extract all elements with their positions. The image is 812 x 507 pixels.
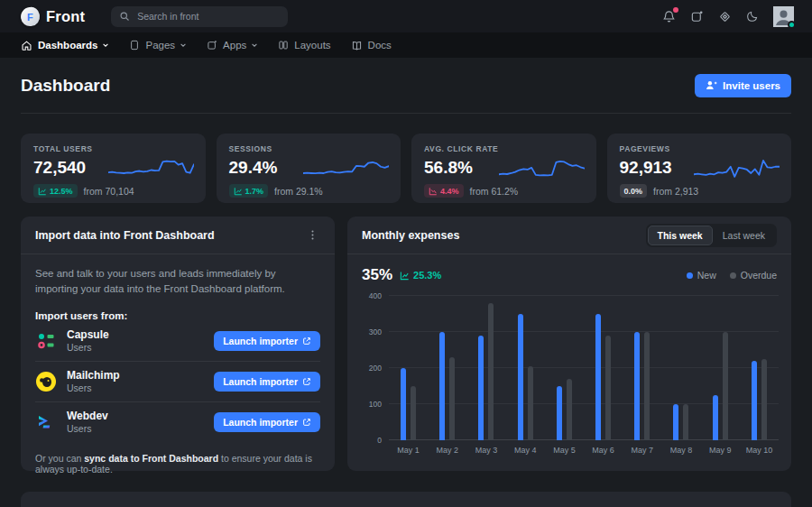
- launch-importer-button[interactable]: Launch importer: [214, 331, 320, 351]
- chevron-down-icon: [180, 41, 187, 49]
- card-options-kebab-icon[interactable]: [305, 227, 320, 243]
- monthly-expenses-card: Monthly expenses This week Last week 35%…: [347, 217, 791, 471]
- nav-item-apps[interactable]: Apps: [207, 40, 258, 51]
- bar-group-may-1: [401, 368, 416, 440]
- bar-new: [595, 314, 601, 440]
- y-axis-tick: 100: [362, 400, 382, 409]
- bars-area: [389, 296, 779, 440]
- trend-badge: 1.7%: [229, 184, 269, 198]
- sparkline-chart: [303, 154, 389, 184]
- bar-new: [439, 332, 445, 440]
- invite-users-label: Invite users: [723, 80, 780, 91]
- bar-overdue: [488, 303, 494, 440]
- global-search[interactable]: [111, 6, 288, 27]
- trend-down-icon: [429, 187, 438, 196]
- x-axis-label: May 7: [623, 446, 661, 455]
- import-subtitle: Import users from:: [35, 310, 320, 321]
- chart-legend: New Overdue: [687, 270, 777, 281]
- bar-new: [557, 386, 562, 440]
- bar-new: [478, 336, 484, 440]
- external-link-icon: [302, 418, 311, 427]
- import-source-row: Mailchimp Users Launch importer: [35, 362, 320, 402]
- search-input[interactable]: [137, 11, 280, 22]
- nav-item-pages[interactable]: Pages: [129, 40, 187, 51]
- book-icon: [351, 40, 363, 51]
- bar-group-may-8: [673, 404, 688, 440]
- trend-badge: 4.4%: [424, 184, 464, 198]
- legend-label: Overdue: [741, 270, 777, 281]
- source-type: Users: [67, 383, 120, 393]
- secondary-nav: Dashboards Pages Apps Layouts Docs: [0, 32, 812, 58]
- bar-new: [752, 361, 757, 440]
- legend-dot: [687, 272, 693, 279]
- x-axis-label: May 2: [428, 446, 466, 455]
- nav-item-dashboards[interactable]: Dashboards: [21, 40, 109, 51]
- person-plus-icon: [706, 79, 717, 91]
- legend-dot: [730, 272, 736, 279]
- import-source-row: Capsule Users Launch importer: [35, 321, 320, 362]
- trend-up-icon: [400, 271, 410, 281]
- tab-this-week[interactable]: This week: [648, 226, 713, 245]
- page-header: Dashboard Invite users: [21, 58, 791, 114]
- legend-item-overdue[interactable]: Overdue: [730, 270, 777, 281]
- import-card-title: Import data into Front Dashboard: [35, 229, 215, 242]
- user-avatar[interactable]: [773, 6, 794, 27]
- brand-logo[interactable]: F Front: [21, 7, 85, 26]
- stat-comparison: from 61.2%: [470, 186, 519, 197]
- bar-group-may-2: [439, 332, 455, 440]
- expenses-bar-chart: 0100200300400: [362, 296, 779, 440]
- apps-launcher-icon[interactable]: [690, 10, 704, 23]
- dark-mode-moon-icon[interactable]: [746, 10, 759, 23]
- nav-label: Docs: [368, 40, 392, 51]
- trend-badge: 0.0%: [620, 184, 648, 198]
- chart-x-axis-labels: May 1May 2May 3May 4May 5May 6May 7May 8…: [389, 446, 779, 455]
- nav-label: Dashboards: [38, 40, 97, 51]
- nav-item-layouts[interactable]: Layouts: [278, 40, 330, 51]
- x-axis-label: May 4: [506, 446, 545, 455]
- launch-importer-label: Launch importer: [223, 336, 298, 346]
- y-axis-tick: 200: [362, 364, 382, 373]
- x-axis-label: May 1: [389, 446, 428, 455]
- brand-name: Front: [46, 8, 85, 25]
- sparkline-chart: [694, 154, 780, 184]
- bar-group-may-10: [752, 359, 767, 440]
- x-axis-label: May 6: [584, 446, 623, 455]
- bar-overdue: [644, 332, 650, 440]
- top-navbar: F Front: [0, 0, 812, 32]
- online-status-dot: [788, 21, 796, 29]
- box-arrow-icon: [207, 40, 217, 51]
- x-axis-label: May 3: [466, 446, 505, 455]
- bar-overdue: [528, 366, 533, 440]
- widgets-diamond-icon[interactable]: [718, 10, 732, 23]
- notifications-bell-icon[interactable]: [662, 10, 676, 23]
- launch-importer-button[interactable]: Launch importer: [214, 372, 320, 392]
- home-icon: [21, 40, 32, 51]
- legend-label: New: [697, 270, 716, 281]
- columns-layout-icon: [278, 40, 289, 51]
- legend-item-new[interactable]: New: [687, 270, 716, 281]
- import-sources-list: Capsule Users Launch importer Mailchimp …: [35, 321, 320, 442]
- bar-overdue: [449, 357, 455, 440]
- bar-group-may-5: [557, 379, 572, 440]
- bar-group-may-3: [478, 303, 494, 440]
- invite-users-button[interactable]: Invite users: [695, 74, 791, 97]
- trend-delta: 12.5%: [50, 187, 73, 196]
- expenses-delta: 25.3%: [400, 270, 441, 281]
- nav-label: Pages: [145, 40, 175, 51]
- bar-overdue: [605, 336, 611, 440]
- source-type: Users: [67, 423, 108, 434]
- stat-label: SESSIONS: [229, 144, 389, 153]
- sparkline-chart: [108, 154, 194, 184]
- nav-item-docs[interactable]: Docs: [351, 40, 392, 51]
- chevron-down-icon: [251, 41, 258, 49]
- file-icon: [129, 40, 140, 51]
- bar-overdue: [723, 332, 728, 440]
- launch-importer-button[interactable]: Launch importer: [214, 412, 320, 432]
- stat-label: AVG. CLICK RATE: [424, 144, 584, 153]
- topbar-actions: [662, 6, 794, 27]
- source-name: Webdev: [67, 410, 108, 422]
- tab-last-week[interactable]: Last week: [713, 226, 775, 245]
- bar-overdue: [761, 359, 767, 440]
- import-footer-note: Or you can sync data to Front Dashboard …: [35, 453, 320, 475]
- x-axis-label: May 5: [545, 446, 584, 455]
